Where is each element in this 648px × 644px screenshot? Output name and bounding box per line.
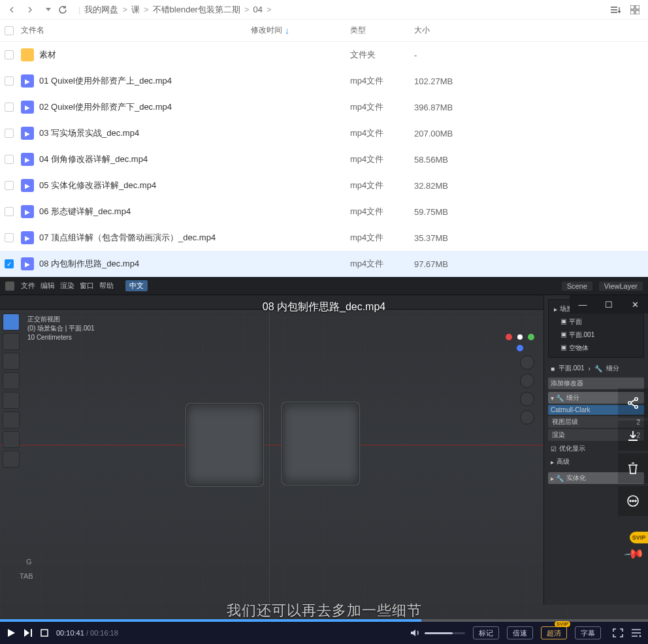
file-size: 396.87MB: [414, 103, 648, 112]
video-icon: ▶: [21, 205, 34, 218]
file-row[interactable]: ▶07 顶点组详解（包含骨骼动画演示）_dec.mp4mp4文件35.37MB: [0, 225, 648, 251]
file-row[interactable]: 素材文件夹-: [0, 42, 648, 68]
crumb-sep: >: [144, 5, 149, 14]
lang-toggle[interactable]: 中文: [125, 280, 148, 291]
stop-button[interactable]: [40, 629, 48, 637]
header-type[interactable]: 类型: [350, 25, 414, 36]
file-size: 102.27MB: [414, 76, 648, 86]
outliner-item[interactable]: ▣ 平面.001: [551, 329, 641, 342]
file-checkbox[interactable]: [5, 233, 14, 242]
play-button[interactable]: [7, 628, 16, 637]
tool-move[interactable]: [3, 353, 20, 370]
svg-point-5: [635, 398, 638, 400]
file-checkbox[interactable]: [5, 181, 14, 190]
blender-menu-item[interactable]: 帮助: [99, 282, 114, 289]
svg-point-4: [628, 402, 631, 404]
crumb-item[interactable]: 04: [253, 5, 263, 14]
file-checkbox[interactable]: ✓: [5, 259, 14, 268]
video-icon: ▶: [21, 153, 34, 166]
nav-forward[interactable]: [24, 3, 37, 16]
file-size: 32.82MB: [414, 181, 648, 191]
delete-icon[interactable]: [618, 453, 648, 483]
nav-gizmo[interactable]: [506, 323, 534, 351]
caption-button[interactable]: 字幕: [575, 626, 601, 639]
more-icon[interactable]: [618, 486, 648, 516]
file-name: 01 Quixel使用外部资产上_dec.mp4: [39, 75, 172, 87]
speed-button[interactable]: 倍速: [507, 626, 533, 639]
svg-rect-0: [630, 5, 634, 9]
volume-control[interactable]: [410, 628, 465, 637]
file-row[interactable]: ▶05 实体化修改器详解_dec.mp4mp4文件32.82MB: [0, 172, 648, 199]
svip-tag[interactable]: SVIP: [630, 532, 648, 543]
mark-button[interactable]: 标记: [473, 626, 499, 639]
tool-transform[interactable]: [3, 411, 20, 428]
select-all-checkbox[interactable]: [5, 26, 14, 35]
file-checkbox[interactable]: [5, 76, 14, 86]
crumb-item[interactable]: 不错blender包装第二期: [153, 5, 240, 14]
header-size[interactable]: 大小: [414, 25, 648, 36]
fullscreen-button[interactable]: [613, 628, 623, 637]
next-button[interactable]: [24, 628, 33, 637]
file-type: mp4文件: [350, 101, 414, 113]
tool-scale[interactable]: [3, 392, 20, 409]
tool-cursor[interactable]: [3, 333, 20, 350]
nav-dropdown[interactable]: [42, 3, 55, 16]
blender-menu-item[interactable]: 文件: [21, 282, 35, 289]
volume-bar[interactable]: [425, 632, 465, 634]
playlist-button[interactable]: [631, 628, 641, 637]
sort-icon[interactable]: [608, 2, 623, 18]
file-checkbox[interactable]: [5, 155, 14, 164]
zoom-icon[interactable]: [520, 355, 534, 370]
blender-logo-icon: [5, 282, 14, 291]
file-name: 03 写实场景实战_dec.mp4: [39, 127, 139, 139]
blender-menu-item[interactable]: 渲染: [60, 282, 74, 289]
crumb-sep: >: [122, 5, 127, 14]
camera-icon[interactable]: [520, 392, 534, 406]
persp-icon[interactable]: [520, 410, 534, 425]
timecode: 00:10:41 / 00:16:18: [56, 629, 118, 637]
nav-back[interactable]: [5, 3, 18, 16]
video-title: 08 内包制作思路_dec.mp4: [0, 300, 648, 314]
file-checkbox[interactable]: [5, 129, 14, 138]
download-icon[interactable]: [618, 421, 648, 451]
pan-icon[interactable]: [520, 374, 534, 388]
file-row[interactable]: ▶03 写实场景实战_dec.mp4mp4文件207.00MB: [0, 120, 648, 146]
nav-refresh[interactable]: [56, 3, 69, 16]
svg-rect-1: [636, 5, 640, 9]
tool-rotate[interactable]: [3, 372, 20, 389]
viewlayer-field[interactable]: ViewLayer: [599, 282, 643, 291]
file-size: 58.56MB: [414, 155, 648, 165]
file-row[interactable]: ▶06 形态键详解_dec.mp4mp4文件59.75MB: [0, 199, 648, 225]
tool-measure[interactable]: [3, 451, 20, 468]
crumb-item[interactable]: 课: [131, 5, 140, 14]
quality-button[interactable]: 超清SVIP: [541, 626, 567, 639]
file-row[interactable]: ✓▶08 内包制作思路_dec.mp4mp4文件97.67MB: [0, 251, 648, 277]
file-row[interactable]: ▶01 Quixel使用外部资产上_dec.mp4mp4文件102.27MB: [0, 68, 648, 94]
file-type: mp4文件: [350, 258, 414, 270]
file-checkbox[interactable]: [5, 50, 14, 59]
file-type: mp4文件: [350, 232, 414, 244]
share-icon[interactable]: [618, 388, 648, 418]
file-size: 59.75MB: [414, 207, 648, 217]
outliner-item[interactable]: ▣ 空物体: [551, 342, 641, 355]
tool-annotate[interactable]: [3, 431, 20, 448]
file-row[interactable]: ▶04 倒角修改器详解_dec.mp4mp4文件58.56MB: [0, 146, 648, 172]
file-name: 08 内包制作思路_dec.mp4: [39, 258, 139, 270]
tool-select[interactable]: [3, 314, 20, 330]
scene-field[interactable]: Scene: [562, 282, 592, 291]
header-name[interactable]: 文件名: [18, 25, 251, 36]
svg-rect-2: [630, 10, 634, 14]
file-checkbox[interactable]: [5, 103, 14, 112]
mesh-pouch-right: [282, 402, 359, 485]
view-grid-icon[interactable]: [627, 2, 643, 18]
file-checkbox[interactable]: [5, 207, 14, 216]
blender-menu-item[interactable]: 编辑: [40, 282, 55, 289]
outliner-item[interactable]: ▣ 平面: [551, 315, 641, 329]
header-modified[interactable]: 修改时间 ↓: [251, 25, 350, 36]
video-player: 文件编辑渲染窗口帮助 中文 Scene ViewLayer 正交前视图 (0) …: [0, 277, 648, 644]
blender-menu-item[interactable]: 窗口: [80, 282, 94, 289]
video-icon: ▶: [21, 74, 34, 88]
crumb-root[interactable]: 我的网盘: [84, 4, 118, 16]
file-row[interactable]: ▶02 Quixel使用外部资产下_dec.mp4mp4文件396.87MB: [0, 94, 648, 120]
file-size: -: [414, 50, 648, 60]
